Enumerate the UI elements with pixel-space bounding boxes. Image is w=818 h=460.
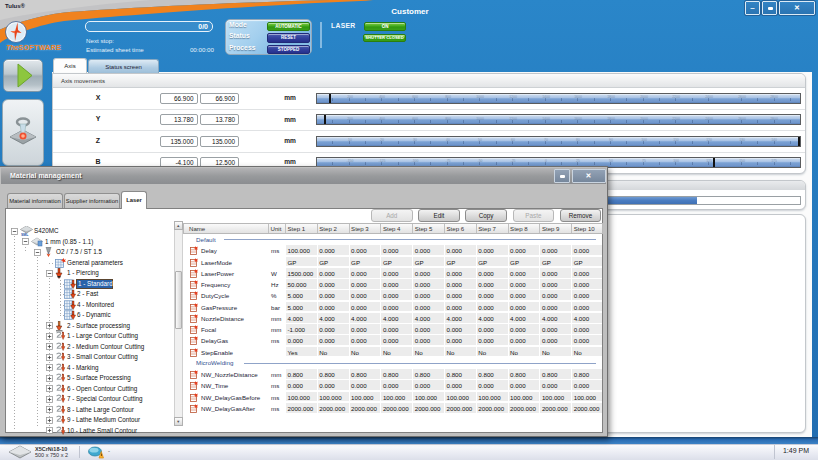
svg-text:SML: SML <box>21 233 29 237</box>
